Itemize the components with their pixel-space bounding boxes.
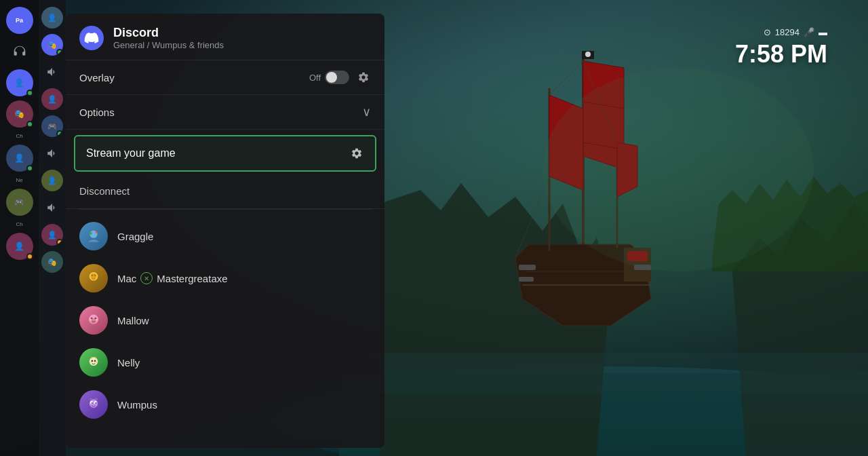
user-item-nelly[interactable]: Nelly [66, 341, 384, 383]
sidebar-narrow-volume-icon[interactable] [41, 61, 63, 83]
mallow-avatar-icon [84, 311, 103, 330]
sidebar-far-avatar-5[interactable]: 🎮 [6, 189, 33, 216]
away-dot [26, 253, 33, 260]
svg-point-31 [94, 318, 96, 320]
svg-point-32 [90, 319, 92, 320]
stream-gear-svg-icon [351, 147, 363, 159]
svg-point-22 [90, 232, 92, 235]
avatar-mallow [79, 306, 108, 335]
chevron-down-icon: ∨ [362, 104, 371, 119]
battery-icon: ▬ [818, 27, 827, 37]
svg-point-30 [91, 318, 93, 320]
svg-rect-18 [634, 265, 651, 270]
sidebar-far-label-pa: Pa [16, 17, 23, 24]
stream-gear-button[interactable] [349, 146, 364, 161]
volume-icon [46, 66, 58, 78]
stream-label: Stream your game [86, 147, 176, 159]
online-dot-2 [26, 121, 33, 128]
svg-point-38 [95, 362, 97, 363]
toggle-thumb [326, 72, 337, 83]
sidebar-narrow-avatar-1[interactable]: 👤 [41, 7, 63, 28]
discord-logo [79, 26, 104, 50]
panel-title: Discord [113, 26, 224, 40]
graggle-avatar-icon [84, 227, 103, 246]
sidebar-narrow-avatar-7[interactable]: 🎭 [41, 251, 63, 273]
svg-marker-5 [712, 176, 868, 271]
svg-point-33 [96, 319, 98, 320]
sidebar-far-label-cha: Ch [0, 132, 39, 140]
username-graggle: Graggle [117, 231, 153, 242]
narrow-dot-1 [56, 49, 63, 56]
sidebar-far-avatar-2[interactable]: 👤 [6, 69, 33, 96]
sidebar-narrow: 👤 🎭 👤 🎮 👤 👤 🎭 [39, 0, 66, 456]
overlay-toggle-state: Off [309, 73, 321, 83]
mac-avatar-icon [84, 269, 103, 288]
svg-point-19 [542, 68, 814, 271]
avatar-wumpus [79, 390, 108, 419]
sidebar-far-avatar-4[interactable]: 👤 [6, 145, 33, 172]
user-list: Graggle Mac ✕ Mastergreataxe [66, 210, 384, 431]
svg-rect-17 [519, 277, 534, 282]
sidebar-far-avatar-6[interactable]: 👤 [6, 233, 33, 260]
sidebar-far-left: Pa 👤 🎭 Ch 👤 Ne 🎮 Ch 👤 [0, 0, 39, 456]
svg-point-37 [90, 362, 92, 363]
user-item-mac[interactable]: Mac ✕ Mastergreataxe [66, 257, 384, 299]
volume-icon-3 [46, 202, 58, 214]
stream-your-game-row[interactable]: Stream your game [74, 135, 376, 172]
sidebar-narrow-avatar-4[interactable]: 🎮 [41, 115, 63, 137]
svg-rect-16 [519, 265, 536, 270]
online-dot-3 [26, 165, 33, 172]
svg-rect-6 [624, 248, 651, 282]
discord-wordmark-icon [84, 33, 99, 43]
svg-marker-3 [380, 183, 610, 456]
svg-rect-11 [582, 51, 594, 59]
overlay-toggle[interactable] [325, 71, 349, 84]
sidebar-narrow-avatar-6[interactable]: 👤 [41, 224, 63, 246]
svg-line-14 [583, 61, 617, 142]
svg-line-15 [515, 176, 549, 258]
svg-point-36 [94, 360, 96, 362]
user-item-wumpus[interactable]: Wumpus [66, 383, 384, 425]
status-number: 18294 [775, 27, 800, 37]
wumpus-avatar-icon [84, 395, 103, 414]
overlay-toggle-group: Off [309, 71, 349, 84]
status-icons: ⊙ 18294 🎤 ▬ [735, 27, 827, 37]
overlay-row: Overlay Off [66, 60, 384, 95]
sidebar-far-item-1[interactable]: Pa [6, 7, 33, 34]
sidebar-far-label-ne: Ne [0, 176, 39, 185]
sidebar-narrow-volume-icon-2[interactable] [41, 142, 63, 164]
username-mac: Mac ✕ Mastergreataxe [117, 272, 228, 284]
narrow-away-dot [56, 239, 63, 246]
svg-point-35 [92, 360, 94, 362]
disconnect-label: Disconnect [79, 185, 130, 197]
overlay-gear-button[interactable] [356, 70, 371, 85]
sidebar-far-avatar-3[interactable]: 🎭 [6, 100, 33, 128]
svg-point-42 [92, 402, 93, 404]
mic-icon: 🎤 [804, 27, 814, 37]
sidebar-far-icon-headphones[interactable] [6, 38, 33, 65]
clock-display: 7:58 PM [735, 40, 827, 69]
overlay-controls: Off [309, 70, 371, 85]
avatar-mac [79, 264, 108, 292]
svg-point-23 [95, 231, 98, 234]
nelly-avatar-icon [84, 353, 103, 372]
svg-point-12 [585, 52, 591, 57]
username-wumpus: Wumpus [117, 399, 157, 411]
sidebar-narrow-avatar-3[interactable]: 👤 [41, 88, 63, 110]
sidebar-narrow-avatar-2[interactable]: 🎭 [41, 34, 63, 56]
sidebar-narrow-volume-icon-3[interactable] [41, 197, 63, 218]
xbox-icon: ✕ [140, 272, 153, 284]
discord-overlay-panel: Discord General / Wumpus & friends Overl… [66, 14, 384, 448]
options-row[interactable]: Options ∨ [66, 95, 384, 130]
gear-svg-icon [357, 71, 370, 83]
options-label: Options [79, 107, 115, 118]
svg-point-26 [92, 274, 94, 276]
avatar-nelly [79, 348, 108, 377]
disconnect-row[interactable]: Disconnect [66, 177, 384, 209]
headphones-icon [13, 45, 26, 58]
svg-point-25 [91, 273, 96, 279]
sidebar-narrow-avatar-5[interactable]: 👤 [41, 170, 63, 191]
user-item-graggle[interactable]: Graggle [66, 215, 384, 257]
user-item-mallow[interactable]: Mallow [66, 299, 384, 341]
svg-rect-2 [339, 373, 868, 456]
